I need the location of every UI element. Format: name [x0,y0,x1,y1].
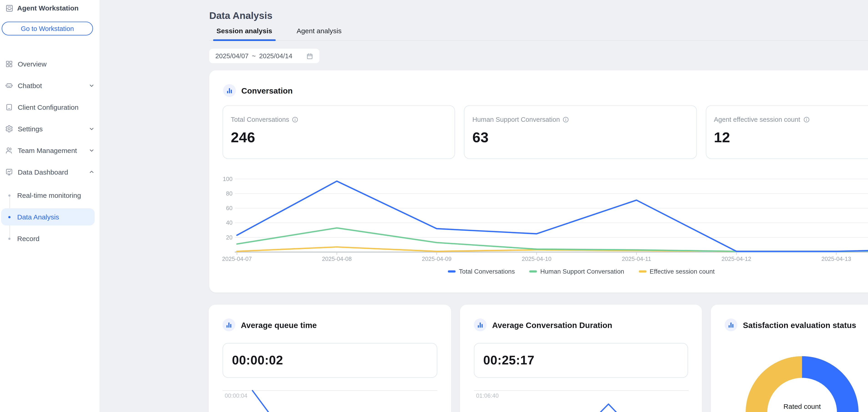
satisfaction-evaluation-card: Satisfaction evaluation status Rated cou… [711,305,868,412]
svg-text:2025-04-11: 2025-04-11 [622,256,651,262]
robot-icon [5,82,13,90]
main-content: Data Analysis Session analysis Agent ana… [100,0,868,412]
average-conversation-duration-card: Average Conversation Duration 00:25:17 0… [460,305,702,412]
date-range-start: 2025/04/07 [215,52,249,60]
bar-chart-icon [476,321,484,329]
date-range-end: 2025/04/14 [259,52,292,60]
app-logo-row: Agent Workstation [5,4,79,13]
conversation-duration-sparkline-chart [474,388,690,412]
stat-label: Total Conversations [231,116,289,124]
sidebar-item-chatbot[interactable]: Chatbot [0,75,100,96]
sidebar-subitem-label: Real-time monitoring [17,192,81,199]
stat-value: 63 [472,129,688,146]
sidebar-subitem-data-analysis[interactable]: Data Analysis [1,208,95,225]
chevron-down-icon [89,83,95,89]
conversation-trend-chart: 204060801002025-04-072025-04-082025-04-0… [222,169,868,264]
sidebar-item-label: Client Configuration [18,104,95,111]
info-icon[interactable] [803,116,810,123]
chart-legend: Total Conversations Human Support Conver… [209,268,868,275]
donut-center-label: Rated count [746,403,859,410]
card-title: Satisfaction evaluation status [743,321,856,329]
conversation-card-title: Conversation [241,86,293,95]
svg-text:2025-04-13: 2025-04-13 [822,256,851,262]
bullet-icon [8,216,11,218]
bar-chart-icon [225,321,233,329]
stat-label: Human Support Conversation [472,116,560,124]
client-window-icon [5,103,13,112]
sidebar-menu: Overview Chatbot Client Configurat [0,53,100,183]
calendar-icon [306,52,313,60]
sidebar-item-team-management[interactable]: Team Management [0,140,100,161]
sidebar-item-label: Team Management [18,147,84,154]
stat-card-agent-effective-session-count: Agent effective session count 12 [706,105,868,159]
bar-chart-badge [223,84,236,97]
sidebar-subitem-record[interactable]: Record [0,228,100,249]
conversation-card-header: Conversation [223,84,293,97]
stats-row: Total Conversations 246 Human Support Co… [222,105,868,159]
workstation-tray-icon [5,4,14,13]
info-icon[interactable] [292,116,299,123]
average-queue-time-card: Average queue time 00:00:02 00:00:04 [209,305,451,412]
gear-icon [5,125,13,133]
svg-text:2025-04-09: 2025-04-09 [422,256,452,262]
card-title: Average Conversation Duration [492,321,612,329]
card-title: Average queue time [241,321,317,329]
sidebar-item-data-dashboard[interactable]: Data Dashboard [0,161,100,183]
sidebar-item-client-configuration[interactable]: Client Configuration [0,96,100,118]
legend-marker [448,270,456,272]
legend-item-human-support-conversation[interactable]: Human Support Conversation [529,268,624,275]
tab-bar: Session analysis Agent analysis [209,26,868,41]
bullet-icon [8,194,11,197]
svg-text:2025-04-08: 2025-04-08 [322,256,352,262]
tab-session-analysis[interactable]: Session analysis [213,26,275,40]
average-queue-time-value-box: 00:00:02 [222,343,437,378]
svg-text:40: 40 [226,219,232,226]
date-range-separator: ~ [252,52,256,60]
grid-icon [5,60,13,68]
go-to-workstation-button[interactable]: Go to Workstation [2,22,93,35]
sidebar-item-label: Settings [18,125,84,133]
info-icon[interactable] [563,116,569,123]
svg-text:2025-04-12: 2025-04-12 [721,256,751,262]
sidebar-subitem-real-time-monitoring[interactable]: Real-time monitoring [0,184,100,206]
chevron-down-icon [89,126,95,132]
tab-agent-analysis[interactable]: Agent analysis [293,26,345,40]
bar-chart-icon [226,87,233,94]
average-queue-time-value: 00:00:02 [232,353,283,367]
svg-text:60: 60 [226,205,232,211]
svg-text:80: 80 [226,190,232,197]
svg-text:100: 100 [223,176,233,182]
app-title: Agent Workstation [17,4,79,12]
chevron-up-icon [89,169,95,175]
legend-label: Total Conversations [459,268,515,275]
legend-marker [529,270,537,272]
legend-marker [639,270,646,272]
stat-value: 246 [231,129,447,146]
legend-item-total-conversations[interactable]: Total Conversations [448,268,515,275]
bar-chart-badge [725,319,738,331]
data-dashboard-submenu: Real-time monitoring Data Analysis Recor… [0,184,100,249]
conversation-card: Conversation Total Conversations 246 Hum… [209,70,868,293]
sidebar-item-overview[interactable]: Overview [0,53,100,75]
sidebar-item-label: Overview [18,60,95,68]
team-icon [5,146,13,154]
bar-chart-icon [727,321,735,329]
svg-text:2025-04-07: 2025-04-07 [222,256,252,262]
sidebar-subitem-label: Record [17,235,39,242]
legend-label: Human Support Conversation [540,268,624,275]
stat-card-human-support-conversation: Human Support Conversation 63 [464,105,697,159]
sidebar-item-label: Chatbot [18,82,84,89]
page-title: Data Analysis [209,10,273,21]
bar-chart-badge [474,319,487,331]
sidebar-item-settings[interactable]: Settings [0,118,100,140]
sidebar: Agent Workstation Go to Workstation Over… [0,0,100,412]
stat-label: Agent effective session count [714,116,800,124]
queue-time-sparkline-chart [222,388,438,412]
svg-text:2025-04-10: 2025-04-10 [522,256,552,262]
stat-card-total-conversations: Total Conversations 246 [222,105,455,159]
date-range-picker[interactable]: 2025/04/07 ~ 2025/04/14 [209,49,319,63]
legend-item-effective-session-count[interactable]: Effective session count [639,268,714,275]
sidebar-subitem-label: Data Analysis [17,213,59,221]
bullet-icon [8,237,11,240]
chevron-down-icon [89,147,95,153]
